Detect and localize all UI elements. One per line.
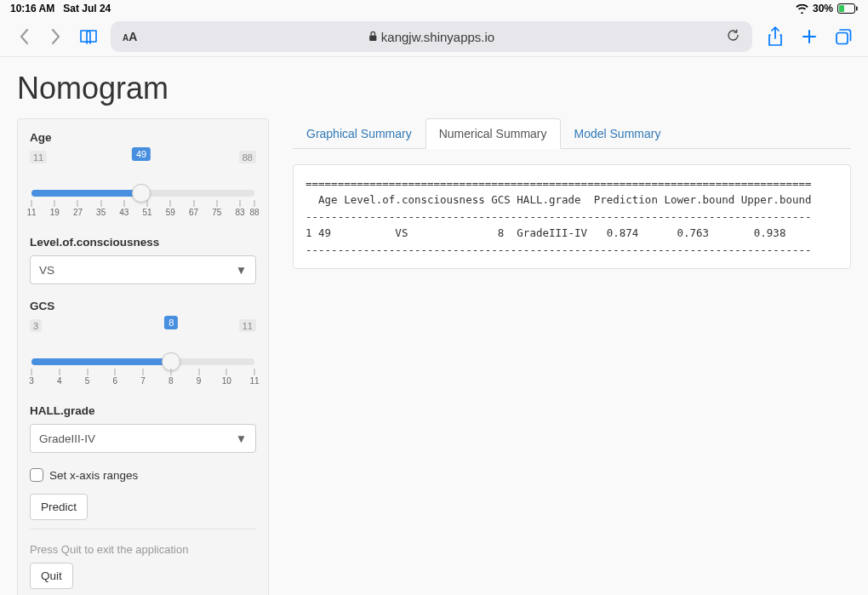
tab-numerical-summary[interactable]: Numerical Summary — [425, 118, 561, 149]
tabs-button[interactable] — [832, 26, 854, 48]
url-display: kangjw.shinyapps.io — [368, 30, 494, 44]
svg-rect-4 — [837, 33, 848, 44]
gcs-max: 11 — [239, 319, 256, 332]
page-title: Nomogram — [17, 71, 851, 106]
share-button[interactable] — [764, 26, 786, 48]
age-control: Age 11 49 88 11 19 27 35 43 51 59 — [30, 131, 256, 220]
loc-control: Level.of.consciousness VS ▼ — [30, 236, 256, 284]
gcs-slider-fill — [31, 358, 171, 365]
quit-button[interactable]: Quit — [30, 563, 73, 589]
wifi-icon — [796, 4, 808, 14]
browser-toolbar: AA kangjw.shinyapps.io — [0, 17, 868, 57]
gcs-slider[interactable] — [31, 358, 254, 365]
tab-model-summary[interactable]: Model Summary — [561, 118, 675, 149]
bookmarks-button[interactable] — [78, 26, 99, 47]
hall-select[interactable]: GradeIII-IV ▼ — [30, 424, 256, 453]
hall-value: GradeIII-IV — [39, 432, 95, 445]
reload-button[interactable] — [726, 28, 740, 46]
xaxis-checkbox[interactable] — [30, 468, 43, 482]
gcs-value-bubble: 8 — [164, 316, 178, 329]
svg-rect-3 — [369, 35, 376, 40]
reader-aa-button[interactable]: AA — [123, 30, 137, 43]
tab-bar: Graphical Summary Numerical Summary Mode… — [293, 118, 851, 149]
lock-icon — [368, 30, 378, 44]
age-ticks: 11 19 27 35 43 51 59 67 75 83 88 — [31, 200, 254, 220]
gcs-min: 3 — [30, 319, 42, 332]
gcs-control: GCS 3 8 11 3 4 5 6 7 8 9 — [30, 300, 256, 389]
xaxis-checkbox-row[interactable]: Set x-axis ranges — [30, 468, 256, 482]
address-bar[interactable]: AA kangjw.shinyapps.io — [111, 21, 752, 52]
gcs-label: GCS — [30, 300, 256, 312]
separator — [30, 529, 256, 529]
output-pre: ========================================… — [306, 175, 838, 258]
new-tab-button[interactable] — [798, 26, 820, 48]
age-slider[interactable] — [31, 190, 254, 197]
hall-label: HALL.grade — [30, 404, 256, 417]
age-min: 11 — [30, 151, 47, 163]
loc-select[interactable]: VS ▼ — [30, 255, 256, 284]
svg-rect-1 — [839, 5, 844, 12]
tab-graphical-summary[interactable]: Graphical Summary — [293, 118, 425, 149]
svg-rect-2 — [856, 7, 858, 11]
battery-percent: 30% — [813, 3, 833, 14]
ios-status-bar: 10:16 AM Sat Jul 24 30% — [0, 0, 868, 17]
xaxis-label: Set x-axis ranges — [49, 469, 138, 482]
battery-icon — [837, 3, 858, 14]
forward-button[interactable] — [46, 26, 66, 47]
back-button[interactable] — [14, 26, 34, 47]
chevron-down-icon: ▼ — [236, 264, 247, 277]
url-host: kangjw.shinyapps.io — [381, 30, 494, 44]
predict-button[interactable]: Predict — [30, 494, 88, 520]
age-label: Age — [30, 131, 256, 144]
age-max: 88 — [239, 151, 256, 163]
age-slider-fill — [31, 190, 141, 197]
hall-control: HALL.grade GradeIII-IV ▼ — [30, 404, 256, 453]
gcs-ticks: 3 4 5 6 7 8 9 10 11 — [31, 369, 254, 389]
sidebar-panel: Age 11 49 88 11 19 27 35 43 51 59 — [17, 118, 269, 595]
numerical-output: ========================================… — [293, 164, 851, 269]
status-date: Sat Jul 24 — [63, 3, 111, 14]
age-value-bubble: 49 — [132, 147, 151, 161]
main-content: Graphical Summary Numerical Summary Mode… — [293, 118, 851, 269]
status-time: 10:16 AM — [10, 3, 54, 14]
loc-value: VS — [39, 264, 54, 277]
chevron-down-icon: ▼ — [236, 432, 247, 445]
quit-help-text: Press Quit to exit the application — [30, 543, 256, 556]
loc-label: Level.of.consciousness — [30, 236, 256, 249]
